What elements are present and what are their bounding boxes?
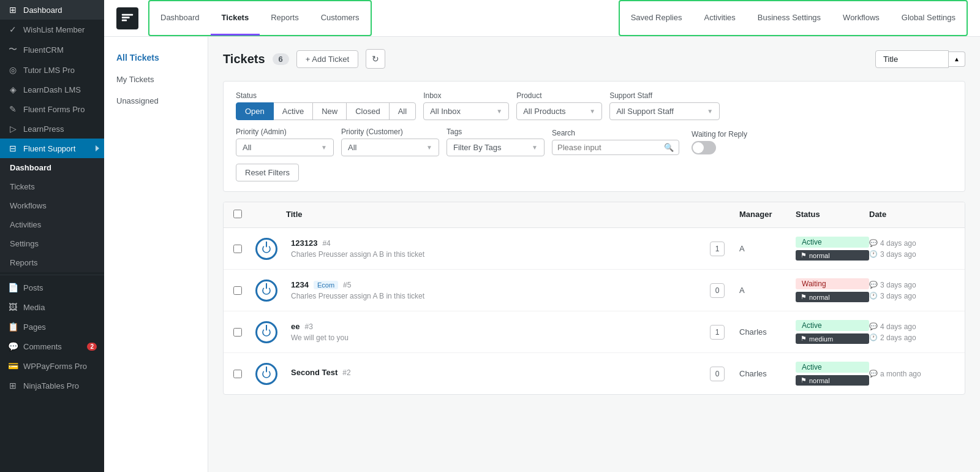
status-btn-all[interactable]: All	[389, 102, 416, 120]
date-updated: 🕐 2 days ago	[869, 333, 955, 342]
sidebar-item-comments[interactable]: 💬 Comments 2	[0, 337, 104, 356]
product-dropdown[interactable]: All Products ▼	[516, 102, 602, 120]
priority-customer-value: All	[348, 143, 356, 152]
sidebar-item-dashboard[interactable]: ⊞ Dashboard	[0, 0, 104, 20]
sidebar-sub-item-reports[interactable]: Reports	[0, 253, 104, 272]
reset-filters-button[interactable]: Reset Filters	[236, 164, 299, 181]
date-updated-text: 3 days ago	[880, 250, 916, 259]
inbox-dropdown[interactable]: All Inbox ▼	[423, 102, 509, 120]
sidebar-sub-item-dashboard[interactable]: Dashboard	[0, 158, 104, 177]
tab-activities[interactable]: Activities	[693, 1, 746, 36]
status-btn-closed[interactable]: Closed	[346, 102, 389, 120]
table-row[interactable]: Second Test #2 0 Charles Active normal	[224, 353, 965, 394]
sidebar-item-label: WishList Member	[23, 25, 97, 34]
panel-item-my-tickets[interactable]: My Tickets	[104, 69, 208, 90]
row-checkbox[interactable]	[233, 245, 255, 253]
sidebar-item-pages[interactable]: 📋 Pages	[0, 317, 104, 337]
support-staff-dropdown[interactable]: All Support Staff ▼	[609, 102, 720, 120]
priority-admin-dropdown[interactable]: All ▼	[236, 139, 334, 156]
sidebar-sub-label: Reports	[10, 258, 97, 267]
sidebar-item-media[interactable]: 🖼 Media	[0, 297, 104, 317]
secondary-nav-group: Saved Replies Activities Business Settin…	[619, 0, 968, 36]
sort-select[interactable]: Title	[875, 50, 949, 68]
date-created: 💬 3 days ago	[869, 281, 955, 289]
sidebar-sub-item-tickets[interactable]: Tickets	[0, 177, 104, 196]
row-select-checkbox[interactable]	[233, 286, 242, 295]
sidebar-item-fluentsupport[interactable]: ⊟ Fluent Support	[0, 139, 104, 158]
row-checkbox[interactable]	[233, 286, 255, 295]
refresh-button[interactable]: ↻	[366, 49, 385, 69]
sidebar-item-label: Pages	[23, 322, 97, 332]
tab-dashboard[interactable]: Dashboard	[149, 1, 211, 36]
date-cell: 💬 4 days ago 🕐 3 days ago	[869, 239, 955, 259]
filters-section: Status Open Active New Closed All Inbox …	[223, 81, 965, 192]
top-navigation: Dashboard Tickets Reports Customers Save…	[104, 0, 980, 37]
sidebar-item-fluentforms[interactable]: ✎ Fluent Forms Pro	[0, 99, 104, 119]
media-icon: 🖼	[7, 302, 18, 312]
search-icon: 🔍	[664, 143, 674, 152]
table-row[interactable]: 1234 Ecom #5 Charles Preusser assign A B…	[224, 270, 965, 311]
chevron-down-icon: ▼	[426, 144, 432, 151]
status-btn-new[interactable]: New	[312, 102, 347, 120]
tab-tickets[interactable]: Tickets	[211, 1, 260, 36]
priority-badge: normal	[796, 292, 869, 302]
sidebar-sub-item-workflows[interactable]: Workflows	[0, 196, 104, 215]
waiting-reply-toggle[interactable]	[692, 141, 716, 154]
add-ticket-button[interactable]: + Add Ticket	[296, 50, 358, 68]
row-select-checkbox[interactable]	[233, 328, 242, 337]
fluentsupport-icon: ⊟	[7, 143, 18, 153]
sidebar-item-posts[interactable]: 📄 Posts	[0, 278, 104, 297]
search-filter-group: Search 🔍	[552, 129, 679, 155]
ticket-name: Second Test	[291, 368, 337, 377]
header-date: Date	[869, 210, 955, 220]
sidebar-item-learndash[interactable]: ◈ LearnDash LMS	[0, 80, 104, 99]
message-icon: 💬	[869, 322, 878, 330]
ticket-title-row: ee #3	[291, 322, 349, 331]
comments-badge: 2	[87, 343, 97, 351]
row-checkbox[interactable]	[233, 328, 255, 337]
status-btn-open[interactable]: Open	[236, 102, 274, 120]
row-checkbox[interactable]	[233, 370, 255, 378]
sidebar-item-tutorlms[interactable]: ◎ Tutor LMS Pro	[0, 60, 104, 80]
fluentsupport-submenu: Dashboard Tickets Workflows Activities S…	[0, 158, 104, 272]
select-all-checkbox[interactable]	[233, 210, 242, 218]
table-row[interactable]: 123123 #4 Charles Preusser assign A B in…	[224, 228, 965, 270]
status-badge: Active	[796, 320, 869, 331]
sidebar-sub-item-activities[interactable]: Activities	[0, 215, 104, 234]
row-select-checkbox[interactable]	[233, 370, 242, 378]
sidebar-item-fluentcrm[interactable]: 〜 FluentCRM	[0, 39, 104, 60]
sort-select-arrow[interactable]: ▲	[949, 51, 965, 67]
row-select-checkbox[interactable]	[233, 245, 242, 253]
tab-business-settings[interactable]: Business Settings	[747, 1, 832, 36]
tab-saved-replies[interactable]: Saved Replies	[620, 1, 693, 36]
support-staff-filter-group: Support Staff All Support Staff ▼	[609, 91, 720, 120]
status-btn-active[interactable]: Active	[273, 102, 313, 120]
app-logo	[116, 0, 138, 36]
tab-customers[interactable]: Customers	[310, 1, 371, 36]
clock-icon: 🕐	[869, 333, 878, 341]
posts-icon: 📄	[7, 283, 18, 292]
tutorlms-icon: ◎	[7, 65, 18, 75]
sidebar-item-wishlist[interactable]: ✓ WishList Member	[0, 20, 104, 39]
sidebar-item-label: Media	[23, 303, 97, 312]
ticket-title-row: Second Test #2	[291, 368, 351, 377]
sidebar-item-wppayforms[interactable]: 💳 WPPayForms Pro	[0, 356, 104, 376]
panel-item-all-tickets[interactable]: All Tickets	[104, 47, 208, 69]
sidebar-sub-item-settings[interactable]: Settings	[0, 234, 104, 253]
sidebar-item-ninjatables[interactable]: ⊞ NinjaTables Pro	[0, 376, 104, 395]
wp-admin-sidebar: ⊞ Dashboard ✓ WishList Member 〜 FluentCR…	[0, 0, 104, 472]
ticket-info: 123123 #4 Charles Preusser assign A B in…	[286, 238, 424, 259]
sidebar-sub-label: Activities	[10, 220, 97, 229]
tags-dropdown[interactable]: Filter By Tags ▼	[447, 139, 545, 156]
tab-global-settings[interactable]: Global Settings	[891, 1, 967, 36]
priority-customer-dropdown[interactable]: All ▼	[341, 139, 439, 156]
logo-icon	[121, 12, 134, 25]
tab-reports[interactable]: Reports	[260, 1, 310, 36]
table-row[interactable]: ee #3 We will get to you 1 Charles Activ…	[224, 311, 965, 353]
panel-item-unassigned[interactable]: Unassigned	[104, 90, 208, 112]
tab-workflows[interactable]: Workflows	[832, 1, 891, 36]
sidebar-item-learnpress[interactable]: ▷ LearnPress	[0, 119, 104, 139]
learnpress-icon: ▷	[7, 124, 18, 134]
search-input[interactable]	[557, 143, 660, 152]
date-updated-text: 3 days ago	[880, 292, 916, 300]
